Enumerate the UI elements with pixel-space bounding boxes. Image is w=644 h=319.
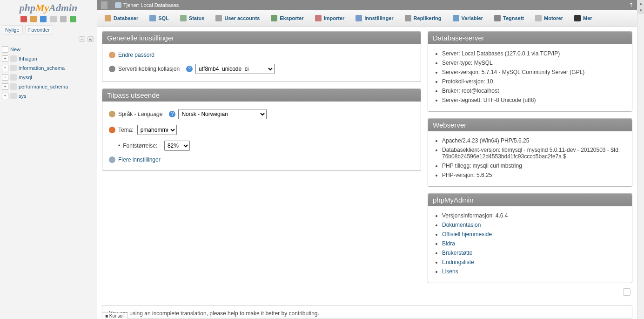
topmenu-motorer[interactable]: Motorer	[530, 12, 568, 24]
breadcrumb: Tjener: Local Databases ⤒	[97, 0, 637, 10]
topmenu-importer[interactable]: Importer	[310, 12, 350, 24]
new-db-link[interactable]: New	[2, 45, 95, 54]
db-tree-item[interactable]: +information_schema	[2, 63, 95, 73]
list-item: Apache/2.4.23 (Win64) PHP/5.6.25	[442, 136, 625, 145]
docs-icon[interactable]	[40, 16, 47, 22]
menu-icon	[180, 15, 187, 21]
appearance-title: Tilpass utseende	[102, 89, 421, 102]
recent-tab[interactable]: Nylige	[2, 25, 23, 34]
dbserver-title: Database-server	[428, 32, 632, 44]
expand-icon[interactable]: +	[2, 55, 8, 62]
scrollbar[interactable]: ▴ ▾	[637, 0, 644, 319]
menu-icon	[494, 15, 501, 21]
collation-label: Servertilkobling kollasjon	[118, 66, 180, 72]
db-tree-item[interactable]: +mysql	[2, 73, 95, 82]
breadcrumb-arrow-icon[interactable]	[101, 1, 107, 9]
list-item: Offisiell hjemmeside	[442, 230, 625, 239]
pma-link[interactable]: Brukerstøtte	[442, 250, 472, 256]
list-item: PHP-versjon: 5.6.25	[442, 170, 625, 180]
menu-icon	[453, 15, 459, 21]
breadcrumb-server[interactable]: Local Databases	[141, 2, 179, 8]
settings-icon[interactable]	[60, 16, 67, 22]
list-item: Server-tegnsett: UTF-8 Unicode (utf8)	[442, 95, 625, 105]
db-tree: New +fhhagan+information_schema+mysql+pe…	[0, 44, 97, 102]
collation-select[interactable]: utf8mb4_unicode_ci	[195, 64, 275, 74]
menu-icon	[356, 15, 362, 21]
list-item: Versjonsinformasjon: 4.6.4	[442, 211, 625, 220]
topmenu-sql[interactable]: SQL	[144, 12, 174, 24]
dbserver-panel: Database-server Server: Local Databases …	[428, 31, 632, 112]
reload-icon[interactable]	[70, 16, 76, 22]
topmenu-tegnsett[interactable]: Tegnsett	[489, 12, 529, 24]
db-name: information_schema	[19, 65, 65, 71]
expand-icon[interactable]: +	[2, 65, 8, 71]
more-settings-link[interactable]: Flere innstillinger	[118, 156, 161, 163]
webserver-panel: Webserver Apache/2.4.23 (Win64) PHP/5.6.…	[428, 118, 632, 187]
list-item: Databaseklient-versjon: libmysql - mysql…	[442, 145, 625, 161]
db-name: mysql	[19, 75, 32, 80]
console-tab[interactable]: ■ Konsoll	[102, 312, 128, 319]
topmenu-status[interactable]: Status	[175, 12, 210, 24]
theme-label: Tema:	[118, 127, 134, 133]
database-icon	[10, 93, 17, 99]
general-settings-panel: Generelle innstillinger Endre passord Se…	[102, 31, 421, 82]
db-name: performance_schema	[19, 84, 68, 89]
help-icon[interactable]: ?	[169, 111, 175, 117]
collapse-all-icon[interactable]: –	[79, 36, 85, 42]
menu-icon	[405, 15, 411, 21]
main-area: Tjener: Local Databases ⤒ DatabaserSQLSt…	[97, 0, 637, 319]
logo[interactable]: phpMyAdmin	[0, 0, 97, 15]
wrench-icon	[109, 156, 115, 163]
topmenu-replikering[interactable]: Replikering	[400, 12, 447, 24]
nav-quick-icons	[0, 15, 97, 25]
topmenu-eksporter[interactable]: Eksporter	[266, 12, 309, 24]
db-tree-item[interactable]: +fhhagan	[2, 54, 95, 63]
pma-link[interactable]: Dokumentasjon	[442, 222, 481, 228]
appearance-panel: Tilpass utseende Språk - Language ? Nors…	[102, 88, 421, 171]
help-icon[interactable]: ?	[186, 66, 193, 72]
change-password-link[interactable]: Endre passord	[118, 52, 154, 58]
topmenu-mer[interactable]: Mer	[569, 12, 597, 24]
sql-icon[interactable]	[50, 16, 57, 22]
collapse-top-icon[interactable]: ⤒	[629, 2, 633, 8]
contributing-link[interactable]: contributing	[288, 310, 317, 317]
topmenu-innstillinger[interactable]: Innstillinger	[350, 12, 398, 24]
language-label: Språk - Language	[118, 111, 162, 117]
home-icon[interactable]	[20, 16, 27, 22]
logout-icon[interactable]	[30, 16, 37, 22]
expand-icon[interactable]: +	[2, 93, 8, 99]
menu-icon	[271, 15, 277, 21]
fontsize-select[interactable]: 82%	[164, 141, 190, 151]
scroll-down-icon[interactable]: ▾	[637, 7, 644, 14]
scroll-up-icon[interactable]: ▴	[637, 0, 644, 7]
pma-link[interactable]: Lisens	[442, 268, 458, 275]
db-tree-item[interactable]: +sys	[2, 91, 95, 101]
list-item: PHP tillegg: mysqli curl mbstring	[442, 161, 625, 170]
menu-icon	[535, 15, 542, 21]
general-settings-title: Generelle innstillinger	[102, 32, 421, 44]
pma-link[interactable]: Bidra	[442, 240, 455, 247]
navigation-sidebar: phpMyAdmin Nylige Favoritter – ∞ New +fh…	[0, 0, 97, 319]
list-item: Protokoll-versjon: 10	[442, 77, 625, 86]
pma-link[interactable]: Offisiell hjemmeside	[442, 231, 492, 238]
pma-link[interactable]: Endringsliste	[442, 259, 474, 265]
theme-select[interactable]: pmahomme	[137, 125, 177, 135]
top-menu: DatabaserSQLStatusUser accountsEksporter…	[97, 10, 637, 27]
list-item: Bruker: root@localhost	[442, 86, 625, 95]
link-icon[interactable]: ∞	[87, 36, 94, 42]
key-icon	[109, 52, 115, 58]
list-item: Server: Local Databases (127.0.0.1 via T…	[442, 49, 625, 58]
list-item: Server-type: MySQL	[442, 58, 625, 68]
topmenu-variabler[interactable]: Variabler	[448, 12, 488, 24]
db-tree-item[interactable]: +performance_schema	[2, 82, 95, 91]
list-item: Dokumentasjon	[442, 220, 625, 230]
expand-icon[interactable]: +	[2, 83, 8, 90]
server-icon	[115, 2, 121, 8]
topmenu-databaser[interactable]: Databaser	[100, 12, 143, 24]
expand-icon[interactable]: +	[2, 74, 8, 81]
menu-icon	[105, 15, 111, 21]
topmenu-user-accounts[interactable]: User accounts	[210, 12, 265, 24]
favorites-tab[interactable]: Favoritter	[25, 25, 53, 34]
language-select[interactable]: Norsk - Norwegian	[178, 109, 267, 119]
calendar-icon[interactable]	[623, 288, 631, 296]
